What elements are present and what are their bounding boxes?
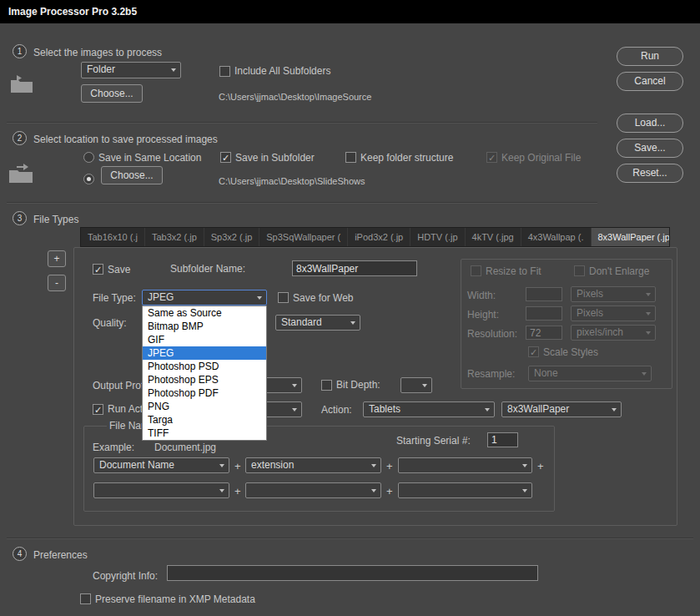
- file-type-option-selected[interactable]: JPEG: [143, 346, 266, 360]
- resolution-input: [526, 326, 562, 340]
- run-action-checkbox[interactable]: [93, 404, 103, 415]
- bit-depth-label: Bit Depth:: [336, 379, 380, 391]
- action-set-dropdown[interactable]: Tablets: [363, 401, 495, 417]
- file-type-option[interactable]: Targa: [143, 413, 266, 427]
- file-type-option[interactable]: Same as Source: [143, 306, 266, 320]
- keep-folder-structure-checkbox[interactable]: [345, 152, 356, 163]
- file-type-option-list: Same as Source Bitmap BMP GIF JPEG Photo…: [142, 305, 267, 441]
- include-subfolders-checkbox[interactable]: [219, 66, 230, 77]
- starting-serial-input[interactable]: [487, 432, 518, 447]
- naming-plus-5: +: [386, 485, 393, 497]
- naming-part-2-dropdown[interactable]: extension: [245, 457, 381, 473]
- copyright-input[interactable]: [167, 565, 538, 581]
- section2-badge: 2: [13, 131, 27, 145]
- subfolder-name-input[interactable]: [292, 260, 417, 276]
- file-type-option[interactable]: GIF: [143, 333, 266, 346]
- naming-part-5-dropdown[interactable]: [245, 482, 381, 498]
- add-tab-button[interactable]: +: [48, 250, 66, 267]
- file-type-option[interactable]: Photoshop PDF: [143, 386, 266, 400]
- file-type-option[interactable]: Photoshop EPS: [143, 373, 266, 386]
- file-type-dropdown[interactable]: JPEG: [142, 290, 267, 305]
- source-folder-icon: [10, 75, 33, 93]
- section4-badge: 4: [13, 547, 27, 561]
- naming-plus-1: +: [234, 460, 241, 472]
- file-type-label: File Type:: [93, 292, 136, 304]
- section2-title: Select location to save processed images: [33, 134, 218, 145]
- load-button[interactable]: Load...: [617, 114, 683, 133]
- resolution-label: Resolution:: [467, 328, 517, 340]
- tab-4[interactable]: iPod3x2 (.jp: [348, 228, 410, 246]
- example-label: Example:: [93, 442, 134, 453]
- resize-to-fit-label: Resize to Fit: [486, 265, 541, 277]
- height-label: Height:: [467, 309, 499, 321]
- keep-folder-structure-label: Keep folder structure: [360, 152, 453, 164]
- tab-7[interactable]: 4x3Wallpap (.: [521, 228, 592, 246]
- naming-part-3-dropdown[interactable]: [398, 457, 532, 473]
- tab-1[interactable]: Tab3x2 (.jp: [145, 228, 204, 246]
- action-name-dropdown[interactable]: 8x3WallPaper: [501, 401, 622, 417]
- preserve-xmp-label: Preserve filename in XMP Metadata: [95, 593, 255, 605]
- image-processor-dialog: Image Processor Pro 3.2b5 1 Select the i…: [0, 0, 700, 616]
- scale-styles-checkbox: [528, 346, 539, 357]
- save-in-subfolder-label: Save in Subfolder: [235, 152, 315, 164]
- destination-path: C:\Users\jjmac\Desktop\SlideShows: [219, 176, 365, 186]
- starting-serial-label: Starting Serial #:: [396, 435, 471, 447]
- width-unit-dropdown: Pixels: [571, 286, 656, 302]
- file-type-option[interactable]: Photoshop PSD: [143, 360, 266, 373]
- bit-depth-dropdown[interactable]: [400, 377, 432, 393]
- naming-part-1-dropdown[interactable]: Document Name: [93, 457, 229, 473]
- source-mode-dropdown[interactable]: Folder: [81, 62, 181, 78]
- save-settings-button[interactable]: Save...: [617, 139, 683, 158]
- dont-enlarge-label: Don't Enlarge: [589, 265, 649, 277]
- tab-5[interactable]: HDTV (.jp: [410, 228, 465, 246]
- save-folder-icon: [8, 164, 33, 184]
- choose-source-button[interactable]: Choose...: [81, 84, 143, 103]
- resample-label: Resample:: [467, 368, 515, 380]
- tab-2[interactable]: Sp3x2 (.jp: [204, 228, 260, 246]
- reset-button[interactable]: Reset...: [617, 164, 683, 183]
- subfolder-name-label: Subfolder Name:: [170, 263, 245, 275]
- section1-badge: 1: [13, 44, 27, 58]
- resize-to-fit-checkbox[interactable]: [471, 265, 481, 276]
- resolution-unit-dropdown: pixels/inch: [571, 325, 656, 341]
- dont-enlarge-checkbox: [574, 265, 585, 276]
- same-location-radio[interactable]: [83, 152, 94, 163]
- section3-title: File Types: [33, 214, 78, 225]
- choose-location-radio[interactable]: [83, 174, 94, 184]
- save-in-subfolder-checkbox[interactable]: [220, 152, 231, 163]
- quality-dropdown[interactable]: Standard: [275, 315, 360, 331]
- remove-tab-button[interactable]: -: [48, 275, 66, 291]
- separator-2: [7, 202, 597, 203]
- separator-1: [7, 122, 597, 123]
- example-value: Document.jpg: [154, 442, 216, 453]
- choose-destination-button[interactable]: Choose...: [101, 166, 163, 184]
- window-title: Image Processor Pro 3.2b5: [0, 0, 700, 23]
- section1-title: Select the images to process: [33, 47, 162, 58]
- naming-part-6-dropdown[interactable]: [398, 482, 532, 498]
- run-button[interactable]: Run: [617, 47, 683, 66]
- copyright-label: Copyright Info:: [93, 570, 158, 582]
- file-type-option[interactable]: TIFF: [143, 427, 266, 440]
- cancel-button[interactable]: Cancel: [617, 72, 683, 91]
- tab-3[interactable]: Sp3SqWallpaper (: [259, 228, 348, 246]
- resample-dropdown: None: [528, 366, 652, 381]
- keep-original-label: Keep Original File: [501, 152, 581, 164]
- tab-6[interactable]: 4kTV (.jpg: [466, 228, 521, 246]
- file-type-option[interactable]: Bitmap BMP: [143, 320, 266, 333]
- tab-8-active[interactable]: 8x3WallPaper (.jpg): [592, 228, 671, 246]
- bit-depth-checkbox[interactable]: [321, 380, 332, 391]
- naming-plus-4: +: [234, 485, 241, 497]
- file-type-option[interactable]: PNG: [143, 400, 266, 413]
- width-input: [526, 287, 562, 301]
- preserve-xmp-checkbox[interactable]: [80, 593, 91, 604]
- naming-part-4-dropdown[interactable]: [93, 482, 229, 498]
- action-label: Action:: [321, 404, 352, 416]
- tab-0[interactable]: Tab16x10 (.j: [81, 228, 145, 246]
- section3-badge: 3: [13, 211, 27, 225]
- save-type-checkbox[interactable]: [93, 264, 103, 275]
- save-for-web-label: Save for Web: [293, 292, 353, 304]
- include-subfolders-label: Include All Subfolders: [234, 65, 330, 77]
- save-for-web-checkbox[interactable]: [278, 292, 289, 303]
- section4-title: Preferences: [33, 549, 88, 561]
- separator-3: [7, 538, 693, 538]
